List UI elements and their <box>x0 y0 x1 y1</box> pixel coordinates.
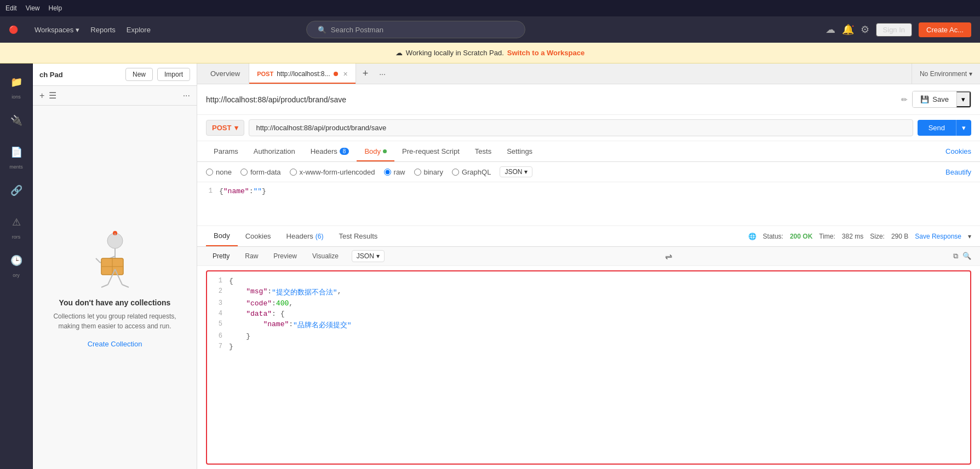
cookies-link[interactable]: Cookies <box>945 147 971 155</box>
sub-tab-visualize[interactable]: Visualize <box>306 250 345 262</box>
res-tab-cookies[interactable]: Cookies <box>238 226 279 246</box>
json-format-selector[interactable]: JSON ▾ <box>500 166 532 177</box>
response-sub-tabs: Pretty Raw Preview Visualize JSON ▾ ⇌ ⧉ … <box>197 247 980 266</box>
reports-nav[interactable]: Reports <box>90 26 116 34</box>
res-tab-test-results[interactable]: Test Results <box>331 226 385 246</box>
method-selector[interactable]: POST ▾ <box>206 120 244 136</box>
response-status-bar: 🌐 Status: 200 OK Time: 382 ms Size: 290 … <box>748 233 971 240</box>
copy-icon[interactable]: ⧉ <box>953 252 958 260</box>
option-form-data[interactable]: form-data <box>240 168 281 176</box>
collections-empty-state: You don't have any collections Collectio… <box>33 106 197 469</box>
search-icon[interactable]: 🔍 <box>962 252 971 260</box>
banner-text: Working locally in Scratch Pad. <box>406 49 504 57</box>
json-line-7: 7 } <box>207 341 970 352</box>
menu-view[interactable]: View <box>26 4 40 12</box>
json-line-3: 3 "code" : 400 , <box>207 298 970 309</box>
sub-tab-preview[interactable]: Preview <box>267 250 303 262</box>
json-line-4: 4 "data" : { <box>207 309 970 319</box>
tab-authorization[interactable]: Authorization <box>246 141 303 161</box>
bell-icon[interactable]: 🔔• <box>842 24 854 36</box>
switch-workspace-link[interactable]: Switch to a Workspace <box>507 49 584 57</box>
tab-more-button[interactable]: ··· <box>375 63 390 84</box>
svg-line-11 <box>101 285 108 287</box>
menu-help[interactable]: Help <box>48 4 62 12</box>
sign-in-button[interactable]: Sign In <box>876 23 912 37</box>
radio-urlencoded[interactable] <box>290 169 297 176</box>
tab-body[interactable]: Body <box>357 141 394 161</box>
tab-url: http://localhost:8... <box>277 70 330 78</box>
size-value: 290 B <box>891 233 908 240</box>
option-binary[interactable]: binary <box>414 168 443 176</box>
request-body-editor[interactable]: 1 {"name":""} <box>197 182 980 226</box>
tab-settings[interactable]: Settings <box>499 141 540 161</box>
sidebar-item-errors[interactable]: ⚠ rors <box>0 208 32 243</box>
radio-binary[interactable] <box>414 169 421 176</box>
tab-tests[interactable]: Tests <box>467 141 499 161</box>
sub-tab-pretty[interactable]: Pretty <box>206 250 236 262</box>
explore-nav[interactable]: Explore <box>127 26 151 34</box>
radio-none[interactable] <box>206 169 213 176</box>
edit-icon[interactable]: ✏ <box>901 95 908 104</box>
sidebar-item-history[interactable]: 🕒 ory <box>0 246 32 281</box>
chevron-down-icon: ▾ <box>969 70 972 78</box>
tab-overview[interactable]: Overview <box>202 63 249 84</box>
option-urlencoded[interactable]: x-www-form-urlencoded <box>290 168 375 176</box>
sidebar-item-environments[interactable]: 📄 ments <box>0 138 32 173</box>
tab-params[interactable]: Params <box>206 141 246 161</box>
main-content: Overview POST http://localhost:8... × + … <box>197 63 980 469</box>
history-icon: 🕒 <box>5 250 27 271</box>
workspaces-menu[interactable]: Workspaces ▾ <box>35 26 79 34</box>
beautify-link[interactable]: Beautify <box>945 168 971 176</box>
response-actions: ⧉ 🔍 <box>953 252 971 260</box>
environment-selector[interactable]: No Environment ▾ <box>912 63 980 84</box>
menu-edit[interactable]: Edit <box>5 4 17 12</box>
chevron-down-icon[interactable]: ▾ <box>968 233 971 240</box>
res-tab-body[interactable]: Body <box>206 226 238 246</box>
option-none[interactable]: none <box>206 168 232 176</box>
save-icon: 💾 <box>920 95 929 103</box>
sidebar-item-collections[interactable]: 📁 ions <box>0 68 32 103</box>
url-input[interactable] <box>249 119 913 136</box>
body-active-dot <box>383 149 387 153</box>
collection-toolbar: + ☰ ··· <box>33 86 197 106</box>
save-button[interactable]: 💾 Save <box>913 91 956 107</box>
search-bar[interactable]: 🔍 Search Postman <box>306 21 525 38</box>
tab-close-icon[interactable]: × <box>343 70 348 78</box>
option-raw[interactable]: raw <box>384 168 405 176</box>
radio-graphql[interactable] <box>452 169 459 176</box>
sub-tab-raw[interactable]: Raw <box>238 250 265 262</box>
apis-icon: 🔌 <box>5 109 27 131</box>
res-tab-headers[interactable]: Headers (6) <box>279 226 331 246</box>
tab-add-button[interactable]: + <box>356 63 375 84</box>
send-dropdown-button[interactable]: ▾ <box>956 120 971 136</box>
new-button[interactable]: New <box>125 68 153 81</box>
status-label: Status: <box>763 233 783 240</box>
tab-pre-request[interactable]: Pre-request Script <box>394 141 467 161</box>
servers-icon: 🔗 <box>5 180 27 201</box>
option-graphql[interactable]: GraphQL <box>452 168 491 176</box>
more-options-icon[interactable]: ··· <box>183 91 190 101</box>
sidebar-item-servers[interactable]: 🔗 <box>0 176 32 205</box>
import-button[interactable]: Import <box>157 68 190 81</box>
time-label: Time: <box>819 233 835 240</box>
app-brand: 🔴 <box>9 25 18 34</box>
filter-icon[interactable]: ☰ <box>49 90 56 101</box>
request-builder: POST ▾ Send ▾ <box>197 115 980 141</box>
create-account-button[interactable]: Create Ac... <box>919 22 971 37</box>
save-dropdown-button[interactable]: ▾ <box>956 91 971 107</box>
save-response-button[interactable]: Save Response <box>915 233 961 240</box>
create-collection-link[interactable]: Create Collection <box>88 340 142 348</box>
sidebar-item-apis[interactable]: 🔌 <box>0 106 32 135</box>
collection-actions: New Import <box>125 68 190 81</box>
json-response-body: 1 { 2 "msg" : "提交的数据不合法" , 3 "code" : <box>206 270 971 465</box>
filter-icon[interactable]: ⇌ <box>665 251 672 262</box>
tab-headers[interactable]: Headers 8 <box>303 141 357 161</box>
settings-icon[interactable]: ⚙ <box>861 24 869 36</box>
send-button[interactable]: Send <box>918 120 956 136</box>
radio-raw[interactable] <box>384 169 391 176</box>
radio-form-data[interactable] <box>240 169 248 176</box>
add-collection-icon[interactable]: + <box>39 91 44 101</box>
chevron-down-icon: ▾ <box>376 252 380 260</box>
tab-request-1[interactable]: POST http://localhost:8... × <box>249 63 356 84</box>
response-json-format-selector[interactable]: JSON ▾ <box>352 250 385 262</box>
